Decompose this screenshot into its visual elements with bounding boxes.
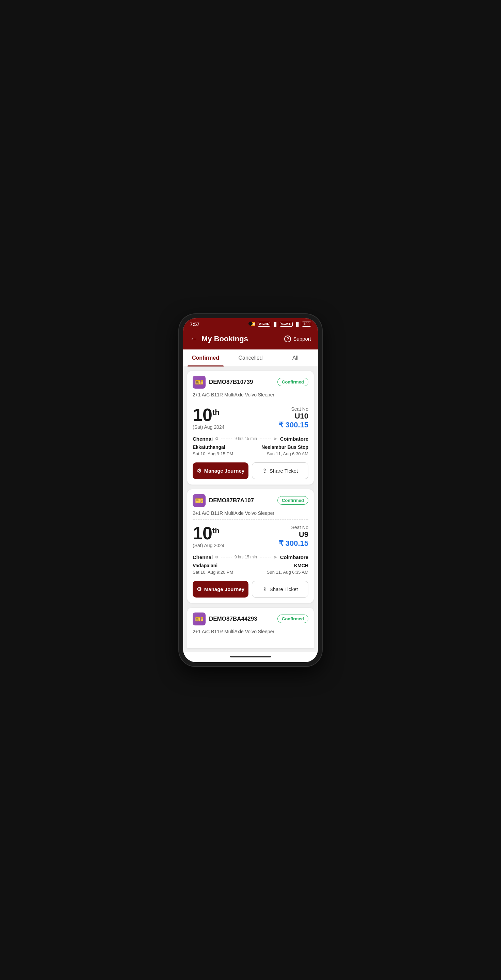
to-stop-2: KMCH <box>294 563 309 568</box>
from-city-2: Chennai <box>192 554 213 560</box>
share-ticket-button-2[interactable]: ⇪ Share Ticket <box>252 581 309 598</box>
price-2: ₹ 300.15 <box>279 539 309 548</box>
route-line-2: Chennai 9 hrs 15 min ➤ Coimbatore <box>192 554 309 560</box>
status-badge-3: Confirmed <box>277 614 309 623</box>
app-header: ← My Bookings ? Support <box>183 330 318 350</box>
route-section-2: Chennai 9 hrs 15 min ➤ Coimbatore Vadapa… <box>187 553 314 581</box>
booking-card-3: DEMO87BA44293 Confirmed 2+1 A/C B11R Mul… <box>187 608 314 648</box>
card-2-actions: ⚙ Manage Journey ⇪ Share Ticket <box>187 581 314 603</box>
home-bar <box>230 656 271 657</box>
to-city-2: Coimbatore <box>280 554 309 560</box>
bus-type-2: 2+1 A/C B11R MultiAxle Volvo Sleeper <box>187 511 314 519</box>
page-title: My Bookings <box>202 334 248 343</box>
camera-notch <box>248 321 253 326</box>
date-section-1: 10th (Sat) Aug 2024 <box>192 406 224 430</box>
route-dot-1 <box>215 437 218 440</box>
status-time: 7:57 <box>190 321 199 327</box>
to-time-2: Sun 11, Aug 6:35 AM <box>267 570 309 575</box>
route-arrow-1: ➤ <box>273 436 277 441</box>
from-stop-2: Vadapalani <box>192 563 218 568</box>
card-1-header: DEMO87B10739 Confirmed <box>187 371 314 392</box>
booking-card-1: DEMO87B10739 Confirmed 2+1 A/C B11R Mult… <box>187 371 314 485</box>
signal-icon: ▐▌ <box>272 322 278 326</box>
price-1: ₹ 300.15 <box>279 421 309 430</box>
to-time-1: Sun 11, Aug 6:30 AM <box>267 451 309 456</box>
header-left: ← My Bookings <box>190 334 248 343</box>
time-row-2: Sat 10, Aug 9:20 PM Sun 11, Aug 6:35 AM <box>192 570 309 575</box>
route-duration-1: 9 hrs 15 min <box>234 436 257 441</box>
booking-id-3: DEMO87BA44293 <box>209 616 257 622</box>
to-city-1: Coimbatore <box>280 436 309 442</box>
gear-icon-1: ⚙ <box>197 468 202 474</box>
manage-journey-button-2[interactable]: ⚙ Manage Journey <box>192 581 248 598</box>
date-section-2: 10th (Sat) Aug 2024 <box>192 524 224 548</box>
tab-cancelled[interactable]: Cancelled <box>228 350 273 366</box>
back-button[interactable]: ← <box>190 334 197 343</box>
route-duration-2: 9 hrs 15 min <box>234 555 257 559</box>
seat-number-2: U9 <box>279 530 309 539</box>
booking-card-2: DEMO87B7A107 Confirmed 2+1 A/C B11R Mult… <box>187 489 314 603</box>
vowifi-label: VoWiFi <box>258 322 270 327</box>
signal2-icon: ▐▌ <box>295 322 300 326</box>
ticket-icon-1 <box>192 375 205 388</box>
route-dashes-2 <box>221 557 232 557</box>
from-time-1: Sat 10, Aug 9:15 PM <box>192 451 233 456</box>
ticket-icon-2 <box>192 494 205 507</box>
tab-all[interactable]: All <box>273 350 318 366</box>
route-dashes-2b <box>260 557 270 557</box>
support-icon: ? <box>284 336 291 342</box>
card-1-body: 10th (Sat) Aug 2024 Seat No U10 ₹ 300.15 <box>187 401 314 434</box>
manage-journey-button-1[interactable]: ⚙ Manage Journey <box>192 463 248 479</box>
booking-id-1: DEMO87B10739 <box>209 379 253 385</box>
seat-label-1: Seat No <box>279 406 309 412</box>
route-section-1: Chennai 9 hrs 15 min ➤ Coimbatore Ekkatu… <box>187 434 314 463</box>
bookings-list: DEMO87B10739 Confirmed 2+1 A/C B11R Mult… <box>183 367 318 652</box>
route-dashes-1b <box>260 439 270 439</box>
status-icons: 📶 VoWiFi ▐▌ VoWiFi ▐▌ 100 <box>251 321 311 327</box>
status-badge-1: Confirmed <box>277 378 309 386</box>
card-3-header-left: DEMO87BA44293 <box>192 612 257 625</box>
stop-row-2: Vadapalani KMCH <box>192 563 309 568</box>
tab-confirmed[interactable]: Confirmed <box>183 350 228 366</box>
home-indicator <box>183 652 318 662</box>
date-number-2: 10th <box>192 524 224 542</box>
stop-row-1: Ekkatuthangal Neelambur Bus Stop <box>192 444 309 450</box>
time-row-1: Sat 10, Aug 9:15 PM Sun 11, Aug 6:30 AM <box>192 451 309 456</box>
card-1-header-left: DEMO87B10739 <box>192 375 253 388</box>
card-1-actions: ⚙ Manage Journey ⇪ Share Ticket <box>187 463 314 485</box>
vowifi2-label: VoWiFi <box>280 322 293 327</box>
from-city-1: Chennai <box>192 436 213 442</box>
support-button[interactable]: ? Support <box>284 336 311 342</box>
seat-section-1: Seat No U10 ₹ 300.15 <box>279 406 309 430</box>
bus-type-3: 2+1 A/C B11R MultiAxle Volvo Sleeper <box>187 629 314 638</box>
seat-section-2: Seat No U9 ₹ 300.15 <box>279 525 309 548</box>
seat-label-2: Seat No <box>279 525 309 530</box>
seat-number-1: U10 <box>279 412 309 421</box>
booking-id-2: DEMO87B7A107 <box>209 497 254 504</box>
ticket-icon-3 <box>192 612 205 625</box>
card-3-partial-spacer <box>187 638 314 648</box>
tab-bar: Confirmed Cancelled All <box>183 350 318 367</box>
route-dashes-1 <box>221 439 232 439</box>
from-time-2: Sat 10, Aug 9:20 PM <box>192 570 233 575</box>
date-number-1: 10th <box>192 406 224 424</box>
card-2-header-left: DEMO87B7A107 <box>192 494 254 507</box>
route-arrow-2: ➤ <box>273 554 277 560</box>
card-2-header: DEMO87B7A107 Confirmed <box>187 489 314 511</box>
gear-icon-2: ⚙ <box>197 586 202 592</box>
share-ticket-button-1[interactable]: ⇪ Share Ticket <box>252 463 309 479</box>
date-sub-2: (Sat) Aug 2024 <box>192 543 224 548</box>
status-badge-2: Confirmed <box>277 496 309 504</box>
card-2-body: 10th (Sat) Aug 2024 Seat No U9 ₹ 300.15 <box>187 520 314 553</box>
bus-type-1: 2+1 A/C B11R MultiAxle Volvo Sleeper <box>187 392 314 401</box>
card-3-header: DEMO87BA44293 Confirmed <box>187 608 314 629</box>
route-dot-2 <box>215 556 218 558</box>
share-icon-2: ⇪ <box>262 586 267 592</box>
phone-frame: 7:57 📶 VoWiFi ▐▌ VoWiFi ▐▌ 100 ← My Book… <box>179 314 322 666</box>
date-sub-1: (Sat) Aug 2024 <box>192 424 224 430</box>
to-stop-1: Neelambur Bus Stop <box>261 444 309 450</box>
route-line-1: Chennai 9 hrs 15 min ➤ Coimbatore <box>192 436 309 442</box>
share-icon-1: ⇪ <box>262 468 267 474</box>
battery-icon: 100 <box>302 321 311 327</box>
from-stop-1: Ekkatuthangal <box>192 444 225 450</box>
